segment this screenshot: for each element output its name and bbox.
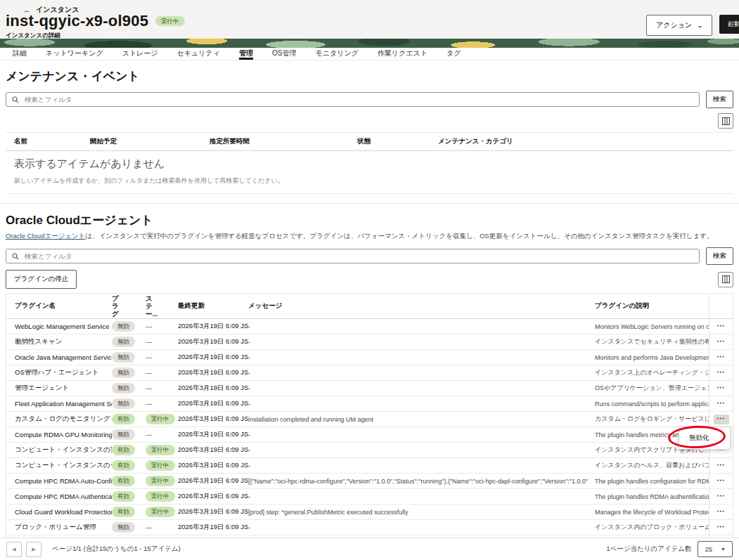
agent-doc-link[interactable]: Oracle Cloudエージェント <box>6 232 86 240</box>
agent-search-input[interactable] <box>23 252 693 261</box>
plugin-status: 実行中 <box>146 414 175 424</box>
row-actions-button[interactable]: ⋯ <box>714 322 729 332</box>
row-actions-cell: ⋯ 無効化 <box>709 412 733 426</box>
plugin-table-row: Compute RDMA GPU Monitoring 無効 — 2026年3月… <box>6 427 733 443</box>
menu-item-disable[interactable]: 無効化 <box>679 427 730 449</box>
plugin-enabled-badge: 無効 <box>112 383 135 393</box>
row-actions-cell: ⋯ <box>709 334 733 349</box>
decorative-banner <box>0 39 739 48</box>
plugin-status: — <box>146 369 153 377</box>
tab-management[interactable]: 管理 <box>239 48 253 60</box>
plugin-status: — <box>146 523 153 531</box>
plugin-table-row: OS管理ハブ・エージェント 無効 — 2026年3月19日 6:09 JST -… <box>6 365 733 381</box>
row-actions-button[interactable]: ⋯ <box>714 353 729 363</box>
plugin-last-updated: 2026年3月19日 6:09 JST <box>178 399 248 408</box>
plugin-last-updated: 2026年3月19日 6:09 JST <box>178 430 248 439</box>
plugin-message: - <box>248 401 588 408</box>
plugin-message: - <box>248 431 588 438</box>
plugin-enabled-badge: 有効 <box>112 414 135 424</box>
page-header: ← インスタンス inst-qgyic-x9-ol905 実行中 インスタンスの… <box>0 0 739 39</box>
plugin-message: - <box>248 447 588 454</box>
plugin-message: installation completed and running UM ag… <box>248 416 588 423</box>
row-actions-button[interactable]: ⋯ <box>714 461 729 471</box>
plugin-status: — <box>146 400 153 408</box>
row-actions-button[interactable]: ⋯ <box>714 523 729 533</box>
items-per-page-value: 25 <box>705 545 712 553</box>
empty-state-title: 表示するアイテムがありません <box>14 157 725 171</box>
plugin-table-row: コンピュート・インスタンスの実行コマンド 有効 実行中 2026年3月19日 6… <box>6 443 733 458</box>
plugin-message: - <box>248 462 588 469</box>
plugin-message: - <box>248 339 588 346</box>
row-actions-button[interactable]: ⋯ <box>714 415 729 424</box>
plugin-enabled-badge: 有効 <box>112 507 135 517</box>
actions-menu-button[interactable]: アクション ⌄ <box>646 15 712 36</box>
plugin-status: 実行中 <box>146 460 175 471</box>
start-button[interactable]: 起動 <box>719 15 739 34</box>
column-header: 推定所要時間 <box>210 137 357 146</box>
row-actions-cell: ⋯ <box>709 504 733 519</box>
plugin-status: — <box>146 338 153 346</box>
plugin-message: - <box>248 323 588 330</box>
tab-work-requests[interactable]: 作業リクエスト <box>378 48 428 60</box>
plugin-table-row: WebLogic Management Service 無効 — 2026年3月… <box>6 319 733 334</box>
row-actions-cell: ⋯ <box>709 365 733 380</box>
row-actions-cell: ⋯ <box>709 458 733 473</box>
tab-tags[interactable]: タグ <box>446 48 461 60</box>
plugin-last-updated: 2026年3月19日 6:09 JST <box>178 461 248 470</box>
row-actions-cell: ⋯ <box>709 396 733 411</box>
row-actions-button[interactable]: ⋯ <box>714 368 729 378</box>
tab-networking[interactable]: ネットワーキング <box>46 48 103 60</box>
detail-tabs: 詳細 ネットワーキング ストレージ セキュリティ 管理 OS管理 モニタリング … <box>0 48 739 60</box>
pagination-bar: ◀ ▶ ページ1/1 (合計15のうちの1 - 15アイテム) 1ページ当たりの… <box>0 538 739 560</box>
items-per-page-label: 1ページ当たりのアイテム数 <box>606 545 691 554</box>
stop-plugin-button[interactable]: プラグインの停止 <box>6 270 77 289</box>
row-actions-cell: ⋯ <box>709 489 733 504</box>
row-actions-cell: ⋯ <box>709 474 733 488</box>
maintenance-search-input[interactable] <box>23 95 693 104</box>
page-info: ページ1/1 (合計15のうちの1 - 15アイテム) <box>52 545 181 554</box>
maintenance-column-settings-button[interactable] <box>718 113 733 129</box>
tab-security[interactable]: セキュリティ <box>177 48 220 60</box>
plugin-name: 管理エージェント <box>6 384 112 393</box>
plugin-table-row: 脆弱性スキャン 無効 — 2026年3月19日 6:09 JST - インスタン… <box>6 334 733 350</box>
plugin-last-updated: 2026年3月19日 6:09 JST <box>178 445 248 455</box>
plugin-name: Fleet Application Management Service <box>6 400 112 408</box>
next-page-button[interactable]: ▶ <box>26 542 41 557</box>
plugin-enabled-badge: 有効 <box>112 445 135 455</box>
plugin-table-row: カスタム・ログのモニタリング 有効 実行中 2026年3月19日 6:09 JS… <box>6 412 733 427</box>
search-icon <box>12 96 19 103</box>
prev-page-button[interactable]: ◀ <box>6 542 22 557</box>
tab-monitoring[interactable]: モニタリング <box>315 48 358 60</box>
tab-details[interactable]: 詳細 <box>13 48 27 60</box>
plugin-name: WebLogic Management Service <box>6 323 112 330</box>
plugin-message: - <box>248 385 588 392</box>
plugin-name: コンピュート・インスタンスのモニタリング <box>6 461 112 470</box>
row-actions-button[interactable]: ⋯ <box>714 476 729 486</box>
plugin-status: 実行中 <box>146 445 175 455</box>
agent-search-button[interactable]: 検索 <box>706 247 733 265</box>
agent-column-settings-button[interactable] <box>718 272 733 287</box>
row-actions-button[interactable]: ⋯ <box>714 492 729 502</box>
plugin-description: インスタンスのヘルス、容量およびパフォーマンスに関 <box>588 461 709 470</box>
plugin-enabled-badge: 無効 <box>112 367 135 378</box>
items-per-page-select[interactable]: 25 ▼ <box>698 541 733 557</box>
tab-storage[interactable]: ストレージ <box>122 48 158 60</box>
plugin-name: Compute RDMA GPU Monitoring <box>6 431 112 438</box>
row-actions-button[interactable]: ⋯ <box>714 337 729 347</box>
row-actions-button[interactable]: ⋯ <box>714 384 729 393</box>
plugin-table-row: 管理エージェント 無効 — 2026年3月19日 6:09 JST - OSやア… <box>6 381 733 396</box>
row-actions-button[interactable]: ⋯ <box>714 399 729 409</box>
plugin-table-body: WebLogic Management Service 無効 — 2026年3月… <box>6 319 733 551</box>
row-actions-button[interactable]: ⋯ <box>714 507 729 517</box>
column-header: メンテナンス・カテゴリ <box>438 137 733 146</box>
plugin-description: インスタンス上のオペレーティング・システム環境の更 <box>588 368 709 377</box>
row-actions-cell: ⋯ <box>709 319 733 334</box>
tab-os-management[interactable]: OS管理 <box>272 48 296 60</box>
columns-icon <box>722 275 730 283</box>
agent-description: Oracle Cloudエージェントは、インスタンスで実行中のプラグインを管理す… <box>6 232 733 241</box>
maintenance-search-button[interactable]: 検索 <box>706 91 733 108</box>
plugin-last-updated: 2026年3月19日 6:09 JST <box>178 476 248 486</box>
plugin-table-row: コンピュート・インスタンスのモニタリング 有効 実行中 2026年3月19日 6… <box>6 458 733 474</box>
plugin-table-row: Oracle Java Management Service 無効 — 2026… <box>6 350 733 365</box>
plugin-enabled-badge: 有効 <box>112 491 135 502</box>
